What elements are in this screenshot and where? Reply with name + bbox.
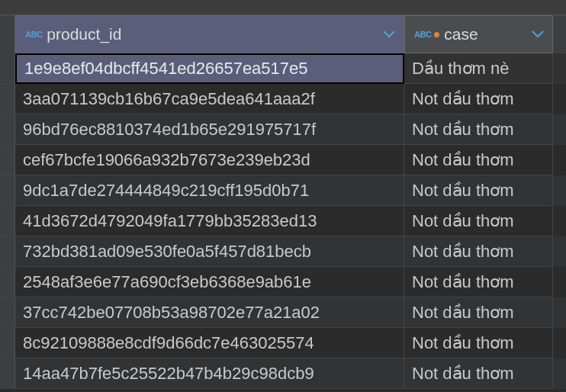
- cell-product-id[interactable]: 8c92109888e8cdf9d66dc7e463025574: [15, 328, 404, 358]
- row-gutter[interactable]: [0, 267, 15, 297]
- row-gutter[interactable]: [0, 84, 15, 114]
- table-row[interactable]: 8c92109888e8cdf9d66dc7e463025574Not dầu …: [0, 328, 566, 358]
- cell-product-id[interactable]: 1e9e8ef04dbcff4541ed26657ea517e5: [15, 53, 404, 84]
- cell-case[interactable]: Dầu thơm nè: [404, 53, 553, 84]
- cell-product-id[interactable]: cef67bcfe19066a932b7673e239eb23d: [15, 145, 404, 175]
- table-row[interactable]: 1e9e8ef04dbcff4541ed26657ea517e5Dầu thơm…: [0, 53, 566, 84]
- cell-product-id[interactable]: 9dc1a7de274444849c219cff195d0b71: [15, 175, 404, 206]
- top-strip: [0, 0, 566, 15]
- cell-product-id[interactable]: 37cc742be07708b53a98702e77a21a02: [15, 297, 404, 328]
- row-gutter[interactable]: [0, 53, 15, 84]
- cell-case[interactable]: Not dầu thơm: [404, 297, 553, 328]
- table-row[interactable]: 37cc742be07708b53a98702e77a21a02Not dầu …: [0, 297, 566, 328]
- row-gutter[interactable]: [0, 358, 15, 389]
- cell-product-id[interactable]: 732bd381ad09e530fe0a5f457d81becb: [15, 236, 404, 267]
- cell-case[interactable]: Not dầu thơm: [404, 84, 553, 114]
- cell-case[interactable]: Not dầu thơm: [404, 114, 553, 145]
- cell-case[interactable]: Not dầu thơm: [404, 358, 553, 389]
- table-row[interactable]: 2548af3e6e77a690cf3eb6368e9ab61eNot dầu …: [0, 267, 566, 297]
- data-table: ABC product_id ABC case 1e9e8ef04dbcff45…: [0, 15, 566, 389]
- row-gutter[interactable]: [0, 328, 15, 358]
- table-row[interactable]: 3aa071139cb16b67ca9e5dea641aaa2fNot dầu …: [0, 84, 566, 114]
- row-gutter[interactable]: [0, 236, 15, 267]
- table-body: 1e9e8ef04dbcff4541ed26657ea517e5Dầu thơm…: [0, 53, 566, 389]
- table-row[interactable]: 732bd381ad09e530fe0a5f457d81becbNot dầu …: [0, 236, 566, 267]
- row-gutter[interactable]: [0, 145, 15, 175]
- cell-product-id[interactable]: 3aa071139cb16b67ca9e5dea641aaa2f: [15, 84, 404, 114]
- modified-dot-icon: [434, 32, 439, 37]
- row-gutter[interactable]: [0, 297, 15, 328]
- chevron-down-icon[interactable]: [382, 27, 396, 41]
- cell-case[interactable]: Not dầu thơm: [404, 236, 553, 267]
- table-row[interactable]: 41d3672d4792049fa1779bb35283ed13Not dầu …: [0, 206, 566, 236]
- table-row[interactable]: 14aa47b7fe5c25522b47b4b29c98dcb9Not dầu …: [0, 358, 566, 389]
- type-badge: ABC: [25, 30, 42, 39]
- header-gutter: [0, 15, 15, 53]
- column-header-product-id[interactable]: ABC product_id: [15, 15, 404, 53]
- cell-case[interactable]: Not dầu thơm: [404, 145, 553, 175]
- column-label: case: [444, 25, 478, 43]
- type-badge: ABC: [414, 30, 431, 39]
- cell-case[interactable]: Not dầu thơm: [404, 267, 553, 297]
- cell-case[interactable]: Not dầu thơm: [404, 175, 553, 206]
- row-gutter[interactable]: [0, 114, 15, 145]
- cell-product-id[interactable]: 2548af3e6e77a690cf3eb6368e9ab61e: [15, 267, 404, 297]
- cell-case[interactable]: Not dầu thơm: [404, 206, 553, 236]
- table-row[interactable]: 96bd76ec8810374ed1b65e291975717fNot dầu …: [0, 114, 566, 145]
- chevron-down-icon[interactable]: [531, 27, 545, 41]
- cell-product-id[interactable]: 41d3672d4792049fa1779bb35283ed13: [15, 206, 404, 236]
- column-header-case[interactable]: ABC case: [404, 15, 553, 53]
- column-label: product_id: [47, 25, 121, 43]
- cell-product-id[interactable]: 96bd76ec8810374ed1b65e291975717f: [15, 114, 404, 145]
- row-gutter[interactable]: [0, 175, 15, 206]
- table-row[interactable]: cef67bcfe19066a932b7673e239eb23dNot dầu …: [0, 145, 566, 175]
- table-header-row: ABC product_id ABC case: [0, 15, 566, 53]
- table-row[interactable]: 9dc1a7de274444849c219cff195d0b71Not dầu …: [0, 175, 566, 206]
- cell-case[interactable]: Not dầu thơm: [404, 328, 553, 358]
- cell-product-id[interactable]: 14aa47b7fe5c25522b47b4b29c98dcb9: [15, 358, 404, 389]
- row-gutter[interactable]: [0, 206, 15, 236]
